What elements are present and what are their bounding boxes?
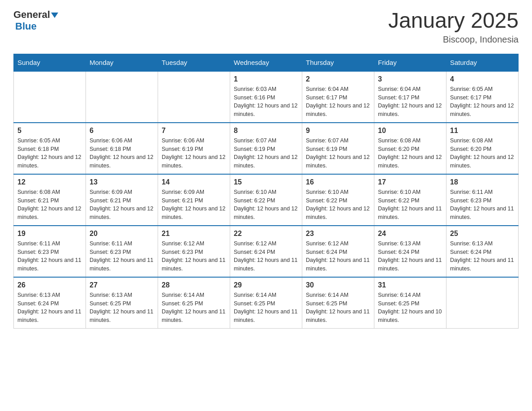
calendar-cell: 5Sunrise: 6:05 AMSunset: 6:18 PMDaylight… — [14, 123, 86, 174]
day-info: Sunrise: 6:13 AMSunset: 6:24 PMDaylight:… — [450, 240, 515, 273]
calendar-cell: 2Sunrise: 6:04 AMSunset: 6:17 PMDaylight… — [302, 71, 374, 123]
day-info: Sunrise: 6:05 AMSunset: 6:18 PMDaylight:… — [17, 137, 82, 170]
day-number: 2 — [306, 75, 370, 83]
page-header: General Blue January 2025 Biscoop, Indon… — [13, 9, 519, 45]
day-info: Sunrise: 6:10 AMSunset: 6:22 PMDaylight:… — [306, 188, 370, 222]
day-info: Sunrise: 6:12 AMSunset: 6:23 PMDaylight:… — [162, 240, 226, 273]
calendar-cell: 24Sunrise: 6:13 AMSunset: 6:24 PMDayligh… — [374, 226, 446, 277]
calendar-cell: 4Sunrise: 6:05 AMSunset: 6:17 PMDaylight… — [446, 71, 519, 123]
calendar-week-row: 1Sunrise: 6:03 AMSunset: 6:16 PMDaylight… — [14, 71, 519, 123]
day-number: 5 — [17, 127, 82, 135]
day-number: 28 — [162, 281, 226, 289]
calendar-cell: 9Sunrise: 6:07 AMSunset: 6:19 PMDaylight… — [302, 123, 374, 174]
day-info: Sunrise: 6:12 AMSunset: 6:24 PMDaylight:… — [306, 240, 370, 273]
day-number: 7 — [162, 127, 226, 135]
svg-marker-0 — [51, 13, 58, 18]
calendar-cell: 13Sunrise: 6:09 AMSunset: 6:21 PMDayligh… — [86, 174, 158, 226]
day-number: 31 — [378, 281, 442, 289]
calendar-cell — [158, 71, 230, 123]
day-number: 18 — [450, 178, 515, 186]
calendar-cell: 31Sunrise: 6:14 AMSunset: 6:25 PMDayligh… — [374, 277, 446, 329]
day-number: 1 — [234, 75, 298, 83]
day-info: Sunrise: 6:13 AMSunset: 6:24 PMDaylight:… — [378, 240, 442, 273]
day-number: 22 — [234, 230, 298, 238]
weekday-header-wednesday: Wednesday — [230, 54, 302, 71]
calendar-week-row: 26Sunrise: 6:13 AMSunset: 6:24 PMDayligh… — [14, 277, 519, 329]
calendar-week-row: 19Sunrise: 6:11 AMSunset: 6:23 PMDayligh… — [14, 226, 519, 277]
calendar-cell: 10Sunrise: 6:08 AMSunset: 6:20 PMDayligh… — [374, 123, 446, 174]
calendar-cell: 26Sunrise: 6:13 AMSunset: 6:24 PMDayligh… — [14, 277, 86, 329]
calendar-cell: 6Sunrise: 6:06 AMSunset: 6:18 PMDaylight… — [86, 123, 158, 174]
calendar-cell: 17Sunrise: 6:10 AMSunset: 6:22 PMDayligh… — [374, 174, 446, 226]
day-info: Sunrise: 6:11 AMSunset: 6:23 PMDaylight:… — [17, 240, 82, 273]
day-number: 13 — [90, 178, 154, 186]
calendar-cell — [14, 71, 86, 123]
day-number: 21 — [162, 230, 226, 238]
calendar-cell: 12Sunrise: 6:08 AMSunset: 6:21 PMDayligh… — [14, 174, 86, 226]
logo-general-text: General — [13, 9, 50, 21]
day-number: 29 — [234, 281, 298, 289]
day-number: 27 — [90, 281, 154, 289]
day-number: 11 — [450, 127, 515, 135]
day-number: 30 — [306, 281, 370, 289]
calendar-cell — [446, 277, 519, 329]
calendar-cell: 16Sunrise: 6:10 AMSunset: 6:22 PMDayligh… — [302, 174, 374, 226]
calendar-table: SundayMondayTuesdayWednesdayThursdayFrid… — [13, 54, 519, 329]
calendar-week-row: 5Sunrise: 6:05 AMSunset: 6:18 PMDaylight… — [14, 123, 519, 174]
weekday-header-monday: Monday — [86, 54, 158, 71]
day-number: 12 — [17, 178, 82, 186]
day-number: 24 — [378, 230, 442, 238]
day-number: 16 — [306, 178, 370, 186]
calendar-cell: 15Sunrise: 6:10 AMSunset: 6:22 PMDayligh… — [230, 174, 302, 226]
logo-triangle-icon — [51, 10, 61, 20]
calendar-week-row: 12Sunrise: 6:08 AMSunset: 6:21 PMDayligh… — [14, 174, 519, 226]
day-info: Sunrise: 6:10 AMSunset: 6:22 PMDaylight:… — [234, 188, 298, 222]
day-number: 17 — [378, 178, 442, 186]
day-number: 20 — [90, 230, 154, 238]
logo: General Blue — [13, 9, 61, 32]
day-info: Sunrise: 6:12 AMSunset: 6:24 PMDaylight:… — [234, 240, 298, 273]
calendar-cell: 11Sunrise: 6:08 AMSunset: 6:20 PMDayligh… — [446, 123, 519, 174]
day-info: Sunrise: 6:08 AMSunset: 6:20 PMDaylight:… — [450, 137, 515, 170]
calendar-cell: 14Sunrise: 6:09 AMSunset: 6:21 PMDayligh… — [158, 174, 230, 226]
calendar-cell: 27Sunrise: 6:13 AMSunset: 6:25 PMDayligh… — [86, 277, 158, 329]
weekday-header-row: SundayMondayTuesdayWednesdayThursdayFrid… — [14, 54, 519, 71]
day-info: Sunrise: 6:05 AMSunset: 6:17 PMDaylight:… — [450, 85, 515, 119]
day-info: Sunrise: 6:09 AMSunset: 6:21 PMDaylight:… — [162, 188, 226, 222]
day-info: Sunrise: 6:11 AMSunset: 6:23 PMDaylight:… — [450, 188, 515, 222]
calendar-cell: 20Sunrise: 6:11 AMSunset: 6:23 PMDayligh… — [86, 226, 158, 277]
calendar-cell: 28Sunrise: 6:14 AMSunset: 6:25 PMDayligh… — [158, 277, 230, 329]
weekday-header-sunday: Sunday — [14, 54, 86, 71]
calendar-cell: 22Sunrise: 6:12 AMSunset: 6:24 PMDayligh… — [230, 226, 302, 277]
day-number: 23 — [306, 230, 370, 238]
day-info: Sunrise: 6:14 AMSunset: 6:25 PMDaylight:… — [378, 291, 442, 325]
calendar-cell: 1Sunrise: 6:03 AMSunset: 6:16 PMDaylight… — [230, 71, 302, 123]
calendar-cell — [86, 71, 158, 123]
day-info: Sunrise: 6:07 AMSunset: 6:19 PMDaylight:… — [234, 137, 298, 170]
calendar-cell: 19Sunrise: 6:11 AMSunset: 6:23 PMDayligh… — [14, 226, 86, 277]
weekday-header-saturday: Saturday — [446, 54, 519, 71]
calendar-cell: 7Sunrise: 6:06 AMSunset: 6:19 PMDaylight… — [158, 123, 230, 174]
calendar-cell: 23Sunrise: 6:12 AMSunset: 6:24 PMDayligh… — [302, 226, 374, 277]
day-info: Sunrise: 6:13 AMSunset: 6:24 PMDaylight:… — [17, 291, 82, 325]
weekday-header-tuesday: Tuesday — [158, 54, 230, 71]
day-number: 19 — [17, 230, 82, 238]
day-number: 3 — [378, 75, 442, 83]
weekday-header-thursday: Thursday — [302, 54, 374, 71]
day-info: Sunrise: 6:08 AMSunset: 6:21 PMDaylight:… — [17, 188, 82, 222]
day-info: Sunrise: 6:08 AMSunset: 6:20 PMDaylight:… — [378, 137, 442, 170]
day-number: 8 — [234, 127, 298, 135]
day-info: Sunrise: 6:07 AMSunset: 6:19 PMDaylight:… — [306, 137, 370, 170]
day-info: Sunrise: 6:06 AMSunset: 6:19 PMDaylight:… — [162, 137, 226, 170]
calendar-cell: 18Sunrise: 6:11 AMSunset: 6:23 PMDayligh… — [446, 174, 519, 226]
calendar-cell: 3Sunrise: 6:04 AMSunset: 6:17 PMDaylight… — [374, 71, 446, 123]
day-info: Sunrise: 6:10 AMSunset: 6:22 PMDaylight:… — [378, 188, 442, 222]
day-number: 25 — [450, 230, 515, 238]
day-number: 9 — [306, 127, 370, 135]
day-number: 26 — [17, 281, 82, 289]
day-number: 4 — [450, 75, 515, 83]
day-info: Sunrise: 6:04 AMSunset: 6:17 PMDaylight:… — [378, 85, 442, 119]
calendar-cell: 21Sunrise: 6:12 AMSunset: 6:23 PMDayligh… — [158, 226, 230, 277]
title-block: January 2025 Biscoop, Indonesia — [388, 9, 519, 45]
calendar-title: January 2025 — [388, 9, 519, 33]
